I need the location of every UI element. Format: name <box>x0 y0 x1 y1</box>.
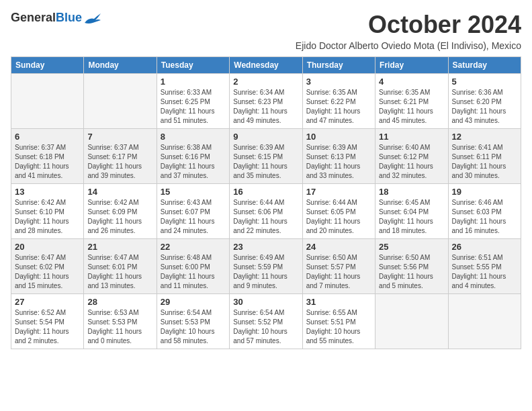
calendar-day-cell: 13Sunrise: 6:42 AM Sunset: 6:10 PM Dayli… <box>11 184 84 239</box>
day-number: 21 <box>87 242 152 252</box>
weekday-header: Friday <box>375 57 448 74</box>
day-number: 6 <box>15 132 80 142</box>
calendar-week-row: 20Sunrise: 6:47 AM Sunset: 6:02 PM Dayli… <box>11 239 521 294</box>
calendar-week-row: 6Sunrise: 6:37 AM Sunset: 6:18 PM Daylig… <box>11 129 521 184</box>
day-number: 16 <box>233 187 298 197</box>
calendar-day-cell: 30Sunrise: 6:54 AM Sunset: 5:52 PM Dayli… <box>230 294 302 349</box>
calendar-day-cell: 22Sunrise: 6:48 AM Sunset: 6:00 PM Dayli… <box>157 239 229 294</box>
calendar-day-cell: 4Sunrise: 6:35 AM Sunset: 6:21 PM Daylig… <box>375 74 448 129</box>
day-info: Sunrise: 6:47 AM Sunset: 6:02 PM Dayligh… <box>15 253 80 291</box>
day-number: 30 <box>233 297 298 307</box>
day-number: 28 <box>87 297 152 307</box>
calendar-week-row: 1Sunrise: 6:33 AM Sunset: 6:25 PM Daylig… <box>11 74 521 129</box>
weekday-header: Saturday <box>448 57 521 74</box>
calendar-table: SundayMondayTuesdayWednesdayThursdayFrid… <box>11 56 521 349</box>
day-number: 26 <box>452 242 517 252</box>
day-number: 10 <box>306 132 371 142</box>
day-number: 24 <box>306 242 371 252</box>
day-info: Sunrise: 6:48 AM Sunset: 6:00 PM Dayligh… <box>161 253 226 291</box>
day-info: Sunrise: 6:54 AM Sunset: 5:52 PM Dayligh… <box>233 308 298 346</box>
day-info: Sunrise: 6:42 AM Sunset: 6:10 PM Dayligh… <box>15 198 80 236</box>
day-number: 14 <box>87 187 152 197</box>
day-info: Sunrise: 6:49 AM Sunset: 5:59 PM Dayligh… <box>233 253 298 291</box>
calendar-day-cell: 27Sunrise: 6:52 AM Sunset: 5:54 PM Dayli… <box>11 294 84 349</box>
day-number: 7 <box>87 132 152 142</box>
day-info: Sunrise: 6:44 AM Sunset: 6:06 PM Dayligh… <box>233 198 298 236</box>
calendar-day-cell: 26Sunrise: 6:51 AM Sunset: 5:55 PM Dayli… <box>448 239 521 294</box>
calendar-day-cell <box>84 74 157 129</box>
calendar-day-cell: 12Sunrise: 6:41 AM Sunset: 6:11 PM Dayli… <box>448 129 521 184</box>
calendar-day-cell: 14Sunrise: 6:42 AM Sunset: 6:09 PM Dayli… <box>84 184 157 239</box>
day-info: Sunrise: 6:53 AM Sunset: 5:53 PM Dayligh… <box>87 308 152 346</box>
day-number: 3 <box>306 77 371 87</box>
title-area: October 2024 Ejido Doctor Alberto Oviedo… <box>296 11 521 51</box>
calendar-day-cell: 16Sunrise: 6:44 AM Sunset: 6:06 PM Dayli… <box>230 184 302 239</box>
day-info: Sunrise: 6:45 AM Sunset: 6:04 PM Dayligh… <box>379 198 444 236</box>
day-number: 27 <box>15 297 80 307</box>
calendar-day-cell <box>11 74 84 129</box>
day-info: Sunrise: 6:50 AM Sunset: 5:56 PM Dayligh… <box>379 253 444 291</box>
location-title: Ejido Doctor Alberto Oviedo Mota (El Ind… <box>296 40 521 51</box>
logo-bird-icon <box>83 11 102 26</box>
calendar-day-cell: 1Sunrise: 6:33 AM Sunset: 6:25 PM Daylig… <box>157 74 229 129</box>
day-info: Sunrise: 6:50 AM Sunset: 5:57 PM Dayligh… <box>306 253 371 291</box>
day-number: 8 <box>161 132 226 142</box>
day-info: Sunrise: 6:35 AM Sunset: 6:21 PM Dayligh… <box>379 88 444 126</box>
month-title: October 2024 <box>296 11 521 39</box>
day-info: Sunrise: 6:34 AM Sunset: 6:23 PM Dayligh… <box>233 88 298 126</box>
day-number: 22 <box>161 242 226 252</box>
day-info: Sunrise: 6:36 AM Sunset: 6:20 PM Dayligh… <box>452 88 517 126</box>
calendar-day-cell: 7Sunrise: 6:37 AM Sunset: 6:17 PM Daylig… <box>84 129 157 184</box>
day-info: Sunrise: 6:44 AM Sunset: 6:05 PM Dayligh… <box>306 198 371 236</box>
day-info: Sunrise: 6:52 AM Sunset: 5:54 PM Dayligh… <box>15 308 80 346</box>
calendar-day-cell: 11Sunrise: 6:40 AM Sunset: 6:12 PM Dayli… <box>375 129 448 184</box>
day-number: 31 <box>306 297 371 307</box>
calendar-day-cell: 25Sunrise: 6:50 AM Sunset: 5:56 PM Dayli… <box>375 239 448 294</box>
calendar-day-cell: 5Sunrise: 6:36 AM Sunset: 6:20 PM Daylig… <box>448 74 521 129</box>
day-info: Sunrise: 6:43 AM Sunset: 6:07 PM Dayligh… <box>161 198 226 236</box>
day-number: 13 <box>15 187 80 197</box>
day-info: Sunrise: 6:41 AM Sunset: 6:11 PM Dayligh… <box>452 143 517 181</box>
calendar-day-cell: 2Sunrise: 6:34 AM Sunset: 6:23 PM Daylig… <box>230 74 302 129</box>
calendar-day-cell: 23Sunrise: 6:49 AM Sunset: 5:59 PM Dayli… <box>230 239 302 294</box>
day-info: Sunrise: 6:33 AM Sunset: 6:25 PM Dayligh… <box>161 88 226 126</box>
day-number: 17 <box>306 187 371 197</box>
day-info: Sunrise: 6:35 AM Sunset: 6:22 PM Dayligh… <box>306 88 371 126</box>
weekday-header: Thursday <box>302 57 375 74</box>
day-number: 19 <box>452 187 517 197</box>
day-info: Sunrise: 6:37 AM Sunset: 6:18 PM Dayligh… <box>15 143 80 181</box>
calendar-day-cell: 18Sunrise: 6:45 AM Sunset: 6:04 PM Dayli… <box>375 184 448 239</box>
calendar-header-row: SundayMondayTuesdayWednesdayThursdayFrid… <box>11 57 521 74</box>
day-info: Sunrise: 6:37 AM Sunset: 6:17 PM Dayligh… <box>87 143 152 181</box>
calendar-week-row: 13Sunrise: 6:42 AM Sunset: 6:10 PM Dayli… <box>11 184 521 239</box>
day-number: 1 <box>161 77 226 87</box>
calendar-day-cell: 21Sunrise: 6:47 AM Sunset: 6:01 PM Dayli… <box>84 239 157 294</box>
day-info: Sunrise: 6:38 AM Sunset: 6:16 PM Dayligh… <box>161 143 226 181</box>
weekday-header: Monday <box>84 57 157 74</box>
day-number: 23 <box>233 242 298 252</box>
day-info: Sunrise: 6:55 AM Sunset: 5:51 PM Dayligh… <box>306 308 371 346</box>
calendar-day-cell: 9Sunrise: 6:39 AM Sunset: 6:15 PM Daylig… <box>230 129 302 184</box>
calendar-week-row: 27Sunrise: 6:52 AM Sunset: 5:54 PM Dayli… <box>11 294 521 349</box>
day-number: 11 <box>379 132 444 142</box>
day-number: 9 <box>233 132 298 142</box>
day-number: 12 <box>452 132 517 142</box>
calendar-day-cell: 8Sunrise: 6:38 AM Sunset: 6:16 PM Daylig… <box>157 129 229 184</box>
calendar-day-cell: 17Sunrise: 6:44 AM Sunset: 6:05 PM Dayli… <box>302 184 375 239</box>
weekday-header: Tuesday <box>157 57 229 74</box>
day-number: 15 <box>161 187 226 197</box>
calendar-day-cell <box>375 294 448 349</box>
page-header: GeneralBlue October 2024 Ejido Doctor Al… <box>11 11 521 51</box>
day-number: 2 <box>233 77 298 87</box>
calendar-day-cell: 15Sunrise: 6:43 AM Sunset: 6:07 PM Dayli… <box>157 184 229 239</box>
day-info: Sunrise: 6:46 AM Sunset: 6:03 PM Dayligh… <box>452 198 517 236</box>
day-number: 5 <box>452 77 517 87</box>
calendar-day-cell: 3Sunrise: 6:35 AM Sunset: 6:22 PM Daylig… <box>302 74 375 129</box>
calendar-day-cell: 19Sunrise: 6:46 AM Sunset: 6:03 PM Dayli… <box>448 184 521 239</box>
calendar-day-cell: 10Sunrise: 6:39 AM Sunset: 6:13 PM Dayli… <box>302 129 375 184</box>
calendar-day-cell: 28Sunrise: 6:53 AM Sunset: 5:53 PM Dayli… <box>84 294 157 349</box>
day-info: Sunrise: 6:47 AM Sunset: 6:01 PM Dayligh… <box>87 253 152 291</box>
calendar-day-cell: 6Sunrise: 6:37 AM Sunset: 6:18 PM Daylig… <box>11 129 84 184</box>
day-number: 25 <box>379 242 444 252</box>
calendar-day-cell: 20Sunrise: 6:47 AM Sunset: 6:02 PM Dayli… <box>11 239 84 294</box>
